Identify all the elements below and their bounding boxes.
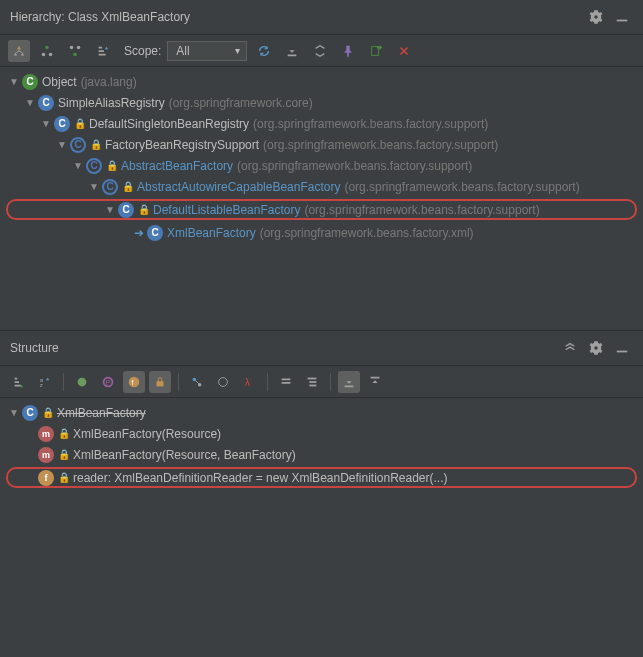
type-icon: C (147, 225, 163, 241)
item-name: SimpleAliasRegistry (58, 96, 165, 110)
tree-row[interactable]: ▼CSimpleAliasRegistry(org.springframewor… (0, 92, 643, 113)
svg-text:P: P (105, 378, 110, 385)
tree-row[interactable]: ➜CXmlBeanFactory(org.springframework.bea… (0, 222, 643, 243)
subtypes-icon[interactable] (64, 40, 86, 62)
expand-arrow-icon[interactable]: ▼ (56, 139, 68, 151)
tree-row[interactable]: m🔒XmlBeanFactory(Resource, BeanFactory) (0, 444, 643, 465)
svg-point-20 (219, 377, 228, 386)
expand-arrow-icon[interactable]: ▼ (104, 204, 116, 216)
expand-arrow-icon[interactable]: ▼ (8, 407, 20, 419)
svg-text:λ: λ (245, 375, 251, 387)
show-properties-icon[interactable] (71, 371, 93, 393)
toolbar-icon-1[interactable] (275, 371, 297, 393)
structure-header: Structure (0, 331, 643, 366)
svg-point-4 (73, 52, 77, 56)
minimize-icon[interactable] (611, 6, 633, 28)
type-icon: m (38, 426, 54, 442)
svg-point-5 (70, 45, 74, 49)
autoscroll-source-icon[interactable] (338, 371, 360, 393)
collapse-icon[interactable] (559, 337, 581, 359)
hierarchy-header: Hierarchy: Class XmlBeanFactory (0, 0, 643, 35)
item-name: XmlBeanFactory (167, 226, 256, 240)
package-label: (org.springframework.core) (169, 96, 313, 110)
lock-icon: 🔒 (42, 407, 54, 418)
autoscroll-icon[interactable] (281, 40, 303, 62)
expand-arrow-icon[interactable]: ▼ (72, 160, 84, 172)
item-name: XmlBeanFactory(Resource) (73, 427, 221, 441)
item-name: XmlBeanFactory(Resource, BeanFactory) (73, 448, 296, 462)
svg-point-15 (129, 376, 140, 387)
tree-row[interactable]: ▼C🔒DefaultListableBeanFactory(org.spring… (6, 199, 637, 220)
expand-arrow-icon[interactable]: ▼ (40, 118, 52, 130)
refresh-icon[interactable] (253, 40, 275, 62)
class-hierarchy-icon[interactable] (8, 40, 30, 62)
type-icon: C (54, 116, 70, 132)
svg-point-3 (49, 52, 53, 56)
structure-toolbar: az P f λ (0, 366, 643, 398)
tree-row[interactable]: m🔒XmlBeanFactory(Resource) (0, 423, 643, 444)
lock-icon: 🔒 (74, 118, 86, 129)
close-icon[interactable] (393, 40, 415, 62)
svg-text:f: f (131, 378, 133, 385)
sort-alpha-icon[interactable]: az (34, 371, 56, 393)
tree-row[interactable]: ▼C🔒AbstractAutowireCapableBeanFactory(or… (0, 176, 643, 197)
gear-icon[interactable] (585, 337, 607, 359)
svg-point-12 (78, 377, 87, 386)
svg-rect-24 (308, 377, 317, 379)
lock-icon: 🔒 (138, 204, 150, 215)
item-name: reader: XmlBeanDefinitionReader = new Xm… (73, 471, 448, 485)
hierarchy-toolbar: Scope: All (0, 35, 643, 67)
scope-label: Scope: (124, 44, 161, 58)
tree-row[interactable]: ▼C🔒AbstractBeanFactory(org.springframewo… (0, 155, 643, 176)
navigate-icon: ➜ (134, 226, 144, 240)
show-lambda-icon[interactable]: λ (238, 371, 260, 393)
package-label: (java.lang) (81, 75, 137, 89)
type-icon: C (22, 74, 38, 90)
tree-row[interactable]: ▼C🔒FactoryBeanRegistrySupport(org.spring… (0, 134, 643, 155)
package-label: (org.springframework.beans.factory.suppo… (344, 180, 579, 194)
show-anonymous-icon[interactable] (212, 371, 234, 393)
tree-row[interactable]: ▼C🔒DefaultSingletonBeanRegistry(org.spri… (0, 113, 643, 134)
show-inherited-icon[interactable] (186, 371, 208, 393)
gear-icon[interactable] (585, 6, 607, 28)
hierarchy-tree: ▼CObject(java.lang)▼CSimpleAliasRegistry… (0, 67, 643, 247)
svg-text:z: z (40, 381, 43, 388)
svg-rect-7 (288, 54, 297, 56)
show-properties2-icon[interactable]: P (97, 371, 119, 393)
supertypes-icon[interactable] (36, 40, 58, 62)
item-name: AbstractAutowireCapableBeanFactory (137, 180, 340, 194)
svg-rect-17 (157, 381, 164, 386)
svg-rect-22 (282, 378, 291, 380)
expand-arrow-icon[interactable]: ▼ (8, 76, 20, 88)
svg-point-2 (42, 52, 46, 56)
tree-row[interactable]: ▼CObject(java.lang) (0, 71, 643, 92)
autoscroll-from-icon[interactable] (364, 371, 386, 393)
item-name: Object (42, 75, 77, 89)
show-nonpublic-icon[interactable] (149, 371, 171, 393)
type-icon: C (86, 158, 102, 174)
lock-icon: 🔒 (122, 181, 134, 192)
package-label: (org.springframework.beans.factory.suppo… (304, 203, 539, 217)
lock-icon: 🔒 (58, 472, 70, 483)
toolbar-icon-2[interactable] (301, 371, 323, 393)
item-name: AbstractBeanFactory (121, 159, 233, 173)
show-fields-icon[interactable]: f (123, 371, 145, 393)
minimize-icon[interactable] (611, 337, 633, 359)
svg-rect-25 (309, 381, 316, 383)
scope-dropdown[interactable]: All (167, 41, 247, 61)
sort-visibility-icon[interactable] (8, 371, 30, 393)
expand-arrow-icon[interactable]: ▼ (24, 97, 36, 109)
tree-row[interactable]: ▼C🔒XmlBeanFactory (0, 402, 643, 423)
package-label: (org.springframework.beans.factory.suppo… (263, 138, 498, 152)
pin-icon[interactable] (337, 40, 359, 62)
svg-rect-0 (617, 20, 628, 22)
type-icon: C (118, 202, 134, 218)
export-icon[interactable] (365, 40, 387, 62)
svg-rect-28 (371, 376, 380, 378)
tree-row[interactable]: f🔒reader: XmlBeanDefinitionReader = new … (6, 467, 637, 488)
svg-rect-23 (282, 382, 291, 384)
item-name: DefaultListableBeanFactory (153, 203, 300, 217)
expand-icon[interactable] (309, 40, 331, 62)
expand-arrow-icon[interactable]: ▼ (88, 181, 100, 193)
sort-icon[interactable] (92, 40, 114, 62)
